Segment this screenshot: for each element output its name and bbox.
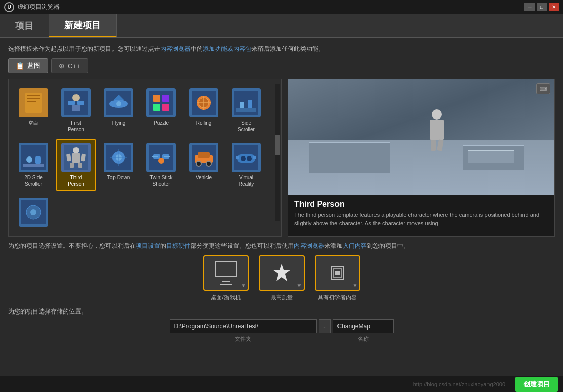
title-bar-controls: ─ □ ✕ <box>524 3 559 11</box>
template-top-down-label: Top Down <box>107 174 130 181</box>
scrollbar-thumb <box>275 135 280 155</box>
svg-rect-13 <box>149 91 173 115</box>
svg-rect-59 <box>253 156 256 159</box>
svg-rect-55 <box>237 154 255 163</box>
minimize-button[interactable]: ─ <box>524 3 535 11</box>
template-rolling-icon <box>189 88 218 117</box>
ue-logo: U <box>4 2 14 12</box>
template-twin-stick[interactable]: Twin StickShooter <box>141 139 181 191</box>
filepath-label-text: 为您的项目选择存储的位置。 <box>8 307 555 316</box>
template-flying-label: Flying <box>112 120 126 126</box>
svg-point-29 <box>26 156 32 163</box>
watermark-text: http://blog.csdn.net/zhuxiaoyang2000 <box>5 381 505 387</box>
preview-panel: ⌨ Third Person The third person template… <box>288 79 555 237</box>
template-third-person-label: ThirdPerson <box>68 174 84 187</box>
svg-point-12 <box>116 101 121 106</box>
svg-rect-25 <box>240 102 244 108</box>
quality-label: 最高质量 <box>271 294 293 301</box>
template-first-person-icon <box>61 88 91 117</box>
template-extra[interactable] <box>14 193 53 231</box>
template-grid: 空白 FirstPerson <box>14 84 276 231</box>
template-virtual-reality[interactable]: VirtualReality <box>227 139 266 191</box>
add-feature-link: 添加功能或内容包 <box>203 45 251 52</box>
svg-rect-51 <box>198 152 210 158</box>
svg-point-32 <box>73 147 79 153</box>
template-vehicle-label: Vehicle <box>196 174 212 181</box>
template-flying-icon <box>104 88 133 117</box>
template-puzzle-icon <box>146 88 176 117</box>
svg-point-57 <box>247 156 252 161</box>
svg-rect-17 <box>162 104 169 111</box>
preview-description: The third person template features a pla… <box>288 211 554 227</box>
quality-svg-icon <box>272 263 292 283</box>
svg-rect-2 <box>27 98 40 99</box>
tab-projects[interactable]: 项目 <box>0 14 49 37</box>
window-title: 虚幻项目浏览器 <box>17 3 60 11</box>
platform-icon-box: ▼ <box>203 255 249 291</box>
type-tabs: 📋 蓝图 ⊕ C++ <box>8 58 555 73</box>
create-project-button[interactable]: 创建项目 <box>515 377 558 392</box>
filepath-labels: 文件夹 名称 <box>8 335 555 343</box>
template-2d-side[interactable]: 2D SideScroller <box>14 139 53 191</box>
svg-rect-66 <box>335 271 340 275</box>
svg-point-52 <box>196 161 201 166</box>
template-blank[interactable]: 空白 <box>14 84 53 137</box>
template-side-scroller[interactable]: SideScroller <box>227 84 266 137</box>
template-puzzle[interactable]: Puzzle <box>141 84 181 137</box>
template-vehicle-icon <box>189 143 218 172</box>
title-bar: U 虚幻项目浏览器 ─ □ ✕ <box>0 0 563 14</box>
project-name-input[interactable] <box>333 319 394 333</box>
settings-area: 为您的项目选择设置。不要担心，您可以稍后在项目设置的目标硬件部分变更这些设置。您… <box>8 242 555 343</box>
template-2d-side-label: 2D SideScroller <box>24 174 43 187</box>
settings-options: ▼ 桌面/游戏机 ▼ 最高质量 <box>8 255 555 301</box>
template-first-person-label: FirstPerson <box>68 120 84 133</box>
svg-marker-63 <box>273 264 291 281</box>
svg-rect-28 <box>23 164 44 167</box>
type-tab-cpp-label: C++ <box>68 62 81 70</box>
close-button[interactable]: ✕ <box>549 3 559 11</box>
template-scrollbar[interactable] <box>275 84 280 221</box>
type-tab-cpp[interactable]: ⊕ C++ <box>51 58 88 73</box>
template-side-scroller-icon <box>232 88 261 117</box>
template-top-down[interactable]: Top Down <box>99 139 138 191</box>
template-extra-icon <box>19 198 48 227</box>
content-option[interactable]: ▼ 具有初学者内容 <box>315 255 360 301</box>
filepath-row: ... <box>8 319 555 333</box>
svg-rect-34 <box>70 163 74 168</box>
template-third-person[interactable]: ThirdPerson <box>56 139 96 191</box>
template-rolling[interactable]: Rolling <box>184 84 223 137</box>
template-panel: 空白 FirstPerson <box>8 79 282 237</box>
svg-rect-5 <box>68 101 75 105</box>
monitor-icon <box>215 261 237 277</box>
platform-option[interactable]: ▼ 桌面/游戏机 <box>203 255 249 301</box>
content-area: 空白 FirstPerson <box>8 79 555 237</box>
template-rolling-label: Rolling <box>196 120 212 126</box>
content-icon-box: ▼ <box>315 255 360 291</box>
svg-rect-33 <box>72 153 80 163</box>
template-puzzle-label: Puzzle <box>154 120 169 126</box>
quality-option[interactable]: ▼ 最高质量 <box>259 255 305 301</box>
content-browser-link2: 内容浏览器 <box>294 242 324 249</box>
svg-point-53 <box>206 161 211 166</box>
template-flying[interactable]: Flying <box>99 84 138 137</box>
tab-bar: 项目 新建项目 <box>0 14 563 38</box>
type-tab-blueprint[interactable]: 📋 蓝图 <box>8 58 48 73</box>
preview-image: ⌨ <box>288 79 554 195</box>
project-settings-link: 项目设置 <box>136 242 160 249</box>
project-name-label: 名称 <box>333 335 394 343</box>
template-side-scroller-label: SideScroller <box>238 120 255 133</box>
description-text: 选择模板来作为起点以用于您的新项目。您可以通过点击内容浏览器中的添加功能或内容包… <box>8 45 555 53</box>
maximize-button[interactable]: □ <box>537 3 547 11</box>
monitor-base <box>220 284 232 285</box>
folder-input[interactable] <box>170 319 317 333</box>
template-blank-label: 空白 <box>28 120 39 126</box>
title-bar-left: U 虚幻项目浏览器 <box>4 2 60 12</box>
template-2d-side-icon <box>19 143 48 172</box>
folder-browse-button[interactable]: ... <box>319 319 331 333</box>
svg-rect-6 <box>77 101 84 105</box>
tab-new-project[interactable]: 新建项目 <box>49 14 117 37</box>
filepath-area: 为您的项目选择存储的位置。 ... 文件夹 名称 <box>8 307 555 343</box>
template-vehicle[interactable]: Vehicle <box>184 139 223 191</box>
template-first-person[interactable]: FirstPerson <box>56 84 96 137</box>
svg-rect-30 <box>35 156 41 164</box>
